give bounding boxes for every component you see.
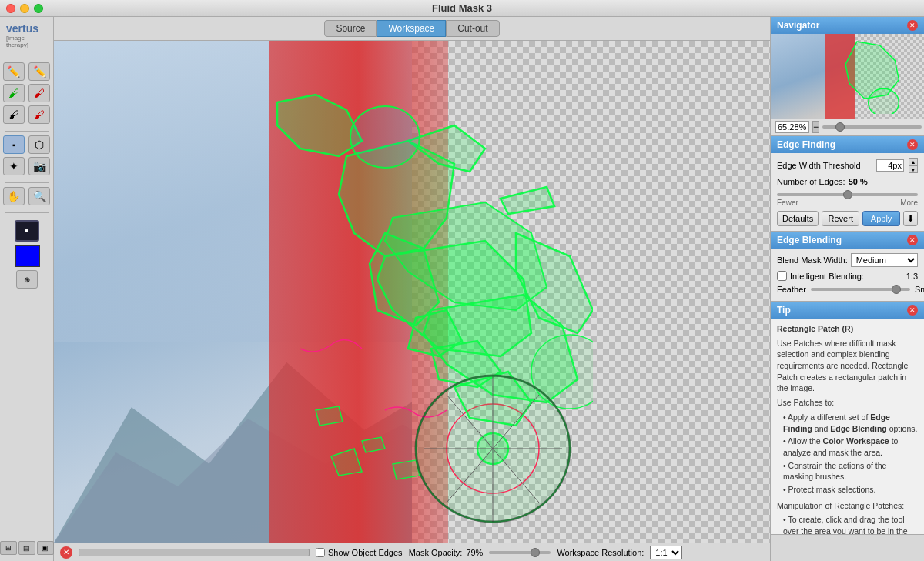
camera-tool[interactable]: 📷 [28,157,50,175]
canvas-area [54,41,770,543]
workspace-res-label: Workspace Resolution: [557,548,644,557]
intelligent-checkbox[interactable] [777,271,787,281]
edge-blending-header: Edge Blending ✕ [771,232,924,249]
tip-para-2: Use Patches to: [777,397,918,409]
rectangle-patch-tool[interactable]: ▪️ [3,135,25,154]
workspace-res-select[interactable]: 1:1 1:2 1:4 [650,546,682,559]
maximize-button[interactable] [34,4,43,13]
mask-opacity-label: Mask Opacity: 79% [409,548,484,557]
num-edges-row: Number of Edges: 50 % [777,177,918,186]
nav-zoom-minus[interactable]: − [812,121,819,133]
view-btn-2[interactable]: ▤ [18,541,35,555]
show-edges-label: Show Object Edges [316,548,403,557]
feather-label: Feather [777,285,806,294]
red-pencil-tool[interactable]: ✏️ [28,62,50,81]
red-brush-tool[interactable]: 🖌 [28,84,50,102]
rider-mask-area[interactable] [162,79,593,543]
close-button[interactable] [6,4,15,13]
divider-3 [5,182,49,183]
expand-button[interactable]: ⬇ [903,211,918,226]
window-title: Fluid Mask 3 [432,2,492,14]
tip-content: Rectangle Patch (R) Use Patches where di… [771,319,924,534]
svg-point-12 [868,88,899,114]
slider-labels: Fewer More [777,199,918,207]
edge-blending-content: Blend Mask Width: Medium Fine Coarse Ver… [771,249,924,301]
logo-sub: [image therapy] [6,35,47,48]
edge-width-up[interactable]: ▲ [909,158,918,165]
tip-title-header: Tip [777,305,791,316]
tip-header: Tip ✕ [771,302,924,319]
nav-rider-svg [825,38,919,114]
edge-width-row: Edge Width Threshold ▲ ▼ [777,158,918,173]
edge-finding-content: Edge Width Threshold ▲ ▼ Number of Edges… [771,153,924,231]
nav-zoom-slider[interactable] [822,125,922,129]
progress-bar [79,549,310,556]
revert-button[interactable]: Revert [822,211,859,226]
edge-finding-close[interactable]: ✕ [907,139,918,150]
intelligent-row: Intelligent Blending: 1:3 [777,271,918,281]
tip-close[interactable]: ✕ [907,305,918,316]
edge-blending-close[interactable]: ✕ [907,235,918,245]
tip-bullet-4: • Protect mask selections. [783,484,918,496]
edge-width-label: Edge Width Threshold [777,161,873,170]
feather-value: Smart [915,285,924,294]
svg-point-6 [350,106,420,168]
left-toolbar: vertus [image therapy] ✏️ ✏️ 🖌 🖌 🖌 🖌 ▪️ … [0,17,54,561]
tool-group-1: ✏️ ✏️ 🖌 🖌 🖌 🖌 [2,62,52,125]
tip-bullet-2: • Allow the Color Workspace to analyze a… [783,436,918,458]
nav-zoom-input[interactable] [775,121,809,133]
edge-width-input[interactable] [876,159,904,172]
traffic-lights [6,4,43,13]
navigator-thumbnail [771,34,924,119]
navigator-section: Navigator ✕ − + [771,17,924,136]
titlebar: Fluid Mask 3 [0,0,924,17]
view-tabs: Source Workspace Cut-out [54,17,770,41]
tab-workspace[interactable]: Workspace [377,20,446,37]
minimize-button[interactable] [20,4,29,13]
feather-row: Feather Smart [777,285,918,294]
smart-brush-tool[interactable]: 🖌 [3,105,25,124]
edge-finding-header: Edge Finding ✕ [771,136,924,153]
foreground-color[interactable] [15,245,39,266]
green-brush-tool[interactable]: 🖌 [3,84,25,102]
apply-button[interactable]: Apply [862,211,900,226]
edge-width-down[interactable]: ▼ [909,165,918,173]
tip-para-1: Use Patches where difficult mask selecti… [777,338,918,394]
target-icon[interactable]: ⊕ [16,270,38,289]
mask-opacity-slider[interactable] [489,551,551,554]
defaults-button[interactable]: Defaults [777,211,819,226]
divider-1 [5,58,49,58]
num-edges-label: Number of Edges: [777,177,845,186]
tip-bullet-1: • Apply a different set of Edge Finding … [783,412,918,434]
fewer-label: Fewer [777,199,798,207]
nav-zoom-bar: − + [771,119,924,135]
rectangle-select-tool[interactable]: ▪ [15,220,39,242]
logo: vertus [image therapy] [2,20,52,55]
divider-2 [5,131,49,132]
num-edges-slider[interactable] [777,193,918,196]
cancel-button[interactable]: ✕ [60,546,72,559]
toolbar-bottom: ⊞ ▤ ▣ [2,538,52,558]
navigator-header: Navigator ✕ [771,17,924,34]
star-tool[interactable]: ✦ [3,157,25,175]
brush-tool[interactable]: ⬡ [28,135,50,154]
pencil-tool[interactable]: ✏️ [3,62,25,81]
view-btn-3[interactable]: ▣ [37,541,54,555]
feather-slider[interactable] [811,288,910,291]
tip-bullet-3: • Constrain the actions of the masking b… [783,460,918,483]
tip-bullet-5: • To create, click and drag the tool ove… [783,514,918,534]
tip-section: Tip ✕ Rectangle Patch (R) Use Patches wh… [771,302,924,535]
smart-red-brush-tool[interactable]: 🖌 [28,105,50,124]
navigator-close[interactable]: ✕ [907,20,918,31]
logo-text: vertus [6,23,47,35]
hand-tool[interactable]: ✋ [3,187,25,205]
view-btn-1[interactable]: ⊞ [0,541,17,555]
tab-cutout[interactable]: Cut-out [446,20,499,37]
tool-group-3: ✋ 🔍 [2,186,52,206]
tab-source[interactable]: Source [324,20,377,37]
show-edges-checkbox[interactable] [316,548,325,557]
blend-mask-select[interactable]: Medium Fine Coarse Very Coarse [851,253,918,267]
canvas-content [54,41,770,543]
edge-blending-section: Edge Blending ✕ Blend Mask Width: Medium… [771,232,924,302]
zoom-tool[interactable]: 🔍 [28,187,50,205]
